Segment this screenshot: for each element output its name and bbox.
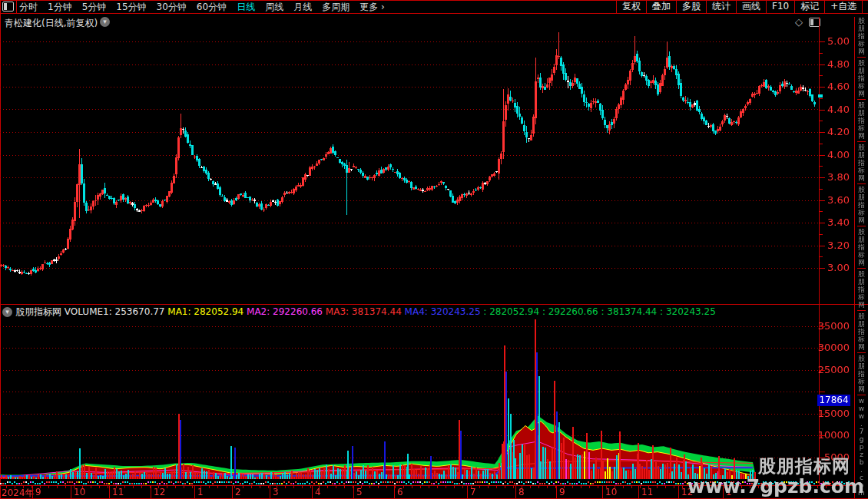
indicator-header-seg-6: : 282052.94 : 292260.66 : 381374.44 : 32… — [483, 306, 715, 317]
volume-indicator-chart[interactable] — [0, 318, 818, 485]
strip-glyph: 朋 — [855, 362, 868, 370]
toolbar-button-F10[interactable]: F10 — [767, 0, 795, 13]
volume-axis-marker: 17864 — [817, 395, 850, 406]
strip-glyph: 标 — [855, 209, 868, 216]
date-label-7: 3 — [273, 487, 279, 497]
period-tab-更多[interactable]: 更多 › — [359, 1, 385, 14]
date-label-0: 2024年 — [2, 487, 35, 499]
indicator-header-seg-2: MA1: 282052.94 — [167, 306, 247, 317]
panel-divider — [0, 304, 868, 305]
strip-glyph: b — [855, 458, 868, 466]
strip-glyph: 股 — [855, 59, 868, 67]
strip-glyph: 网 — [855, 90, 868, 97]
strip-glyph: 股 — [855, 312, 868, 320]
window-top-border — [0, 0, 868, 1]
chart-title-bar: 青松建化(日线,前复权) ▾ ◇ — [0, 14, 868, 31]
strip-glyph: . — [855, 420, 868, 428]
strip-glyph: 指 — [855, 370, 868, 378]
date-label-1: 9 — [35, 487, 41, 497]
toolbar-buttons: 复权叠加多股统计画线F10标记+自选返回 — [616, 0, 868, 13]
strip-glyph: 朋 — [855, 278, 868, 286]
strip-glyph: w — [855, 397, 868, 405]
strip-glyph: 网 — [855, 216, 868, 224]
period-tab-分时[interactable]: 分时 — [19, 1, 38, 14]
strip-glyph: . — [855, 466, 868, 474]
strip-glyph: 朋 — [855, 67, 868, 74]
toolbar-button-叠加[interactable]: 叠加 — [647, 0, 677, 13]
strip-glyph: 股 — [855, 186, 868, 193]
strip-glyph: 指 — [855, 159, 868, 167]
volume-indicator-header: 股朋指标网 VOLUME1: 253670.77 MA1: 282052.94 … — [15, 306, 830, 317]
strip-glyph: 朋 — [855, 25, 868, 32]
period-tabs: 分时1分钟5分钟15分钟30分钟60分钟日线周线月线多周期更多 › — [19, 1, 385, 14]
strip-glyph: 股 — [855, 17, 868, 25]
toolbar-button-复权[interactable]: 复权 — [617, 0, 647, 13]
strip-glyph: 股 — [855, 355, 868, 362]
strip-glyph: 股 — [855, 101, 868, 109]
date-label-3: 11 — [112, 487, 124, 497]
indicator-chevron-icon[interactable]: ▾ — [2, 307, 12, 317]
period-tab-多周期[interactable]: 多周期 — [322, 1, 350, 14]
date-label-6: 2 — [235, 487, 241, 497]
strip-glyph: 标 — [855, 293, 868, 301]
indicator-header-seg-5: MA4: 320243.25 — [405, 306, 484, 317]
strip-glyph: 标 — [855, 335, 868, 343]
toolbar-button-画线[interactable]: 画线 — [737, 0, 767, 13]
indicator-header-seg-0: 股朋指标网 — [15, 306, 65, 317]
period-tab-日线[interactable]: 日线 — [237, 1, 255, 14]
layout-panel-icon[interactable] — [2, 2, 14, 12]
period-tab-60分钟[interactable]: 60分钟 — [197, 1, 227, 14]
diamond-icon[interactable]: ◇ — [795, 16, 803, 28]
right-watermark-strip: 股朋指标网股朋指标网股朋指标网股朋指标网股朋指标网股朋指标网股朋指标网股朋指标网… — [854, 17, 868, 499]
strip-glyph: 指 — [855, 32, 868, 40]
strip-glyph: 标 — [855, 378, 868, 385]
period-tab-5分钟[interactable]: 5分钟 — [82, 1, 107, 14]
date-label-10: 6 — [397, 487, 403, 497]
date-label-11: 7 — [470, 487, 476, 497]
strip-glyph: 网 — [855, 259, 868, 266]
toolbar-button-返回[interactable]: 返回 — [863, 0, 868, 13]
trading-app-window: 分时1分钟5分钟15分钟30分钟60分钟日线周线月线多周期更多 › 复权叠加多股… — [0, 0, 868, 499]
chart-title: 青松建化(日线,前复权) — [5, 17, 98, 30]
strip-glyph: 指 — [855, 243, 868, 251]
date-label-9: 5 — [356, 487, 363, 497]
date-label-14: 10 — [605, 487, 617, 497]
strip-glyph: 指 — [855, 74, 868, 82]
strip-glyph: 标 — [855, 40, 868, 48]
candlestick-chart[interactable] — [0, 31, 818, 304]
period-tab-周线[interactable]: 周线 — [265, 1, 283, 14]
date-label-15: 11 — [641, 487, 653, 497]
period-tab-1分钟[interactable]: 1分钟 — [48, 1, 72, 14]
strip-glyph: 网 — [855, 174, 868, 182]
strip-glyph: w — [855, 405, 868, 412]
toolbar-button-统计[interactable]: 统计 — [707, 0, 737, 13]
period-tab-月线[interactable]: 月线 — [293, 1, 312, 14]
strip-glyph: 朋 — [855, 151, 868, 159]
strip-glyph: 7 — [855, 428, 868, 435]
toolbar-separator — [16, 0, 17, 14]
strip-glyph: w — [855, 412, 868, 420]
strip-glyph: 朋 — [855, 193, 868, 201]
strip-glyph: 股 — [855, 144, 868, 151]
indicator-header-seg-4: MA3: 381374.44 — [326, 306, 405, 317]
strip-glyph: 网 — [855, 385, 868, 393]
chevron-down-icon[interactable]: ▾ — [100, 17, 110, 27]
strip-glyph: p — [855, 443, 868, 451]
strip-glyph: 指 — [855, 201, 868, 209]
watermark-site-url: www.7gpzb.com — [687, 475, 864, 497]
strip-glyph: 股 — [855, 228, 868, 236]
strip-glyph: 指 — [855, 117, 868, 124]
toolbar-button-多股[interactable]: 多股 — [677, 0, 707, 13]
indicator-header-seg-1: VOLUME1: 253670.77 — [65, 306, 167, 317]
strip-glyph: 标 — [855, 124, 868, 132]
toolbar-button-标记[interactable]: 标记 — [795, 0, 825, 13]
strip-glyph: 网 — [855, 132, 868, 140]
date-label-13: 9 — [559, 487, 565, 497]
toolbar-button-+自选[interactable]: +自选 — [825, 0, 863, 13]
period-tab-15分钟[interactable]: 15分钟 — [116, 1, 146, 14]
date-label-2: 10 — [74, 487, 85, 497]
strip-glyph: 指 — [855, 286, 868, 293]
date-label-8: 4 — [315, 487, 321, 497]
period-tab-30分钟[interactable]: 30分钟 — [157, 1, 187, 14]
last-price-tick — [818, 94, 823, 97]
